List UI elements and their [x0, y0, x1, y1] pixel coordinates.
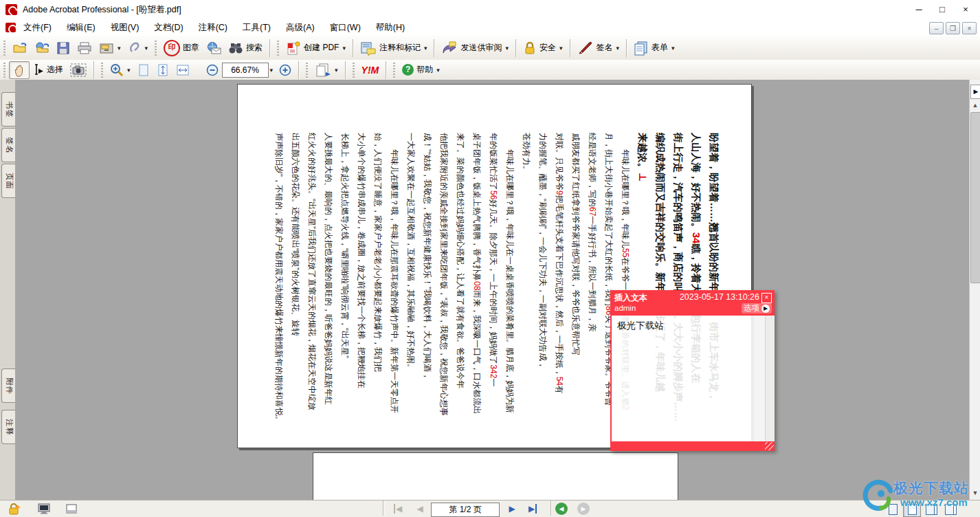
next-page-button[interactable]: ▶ [504, 502, 520, 516]
yahoo-icon: Y!M [361, 65, 379, 76]
statusbar-separator [383, 500, 383, 516]
inserted-text-annotation[interactable]: 08 [471, 281, 481, 290]
zoom-level-input[interactable] [222, 63, 269, 78]
fullscreen-view-button[interactable] [36, 502, 52, 516]
document-close-button[interactable]: × [962, 22, 977, 34]
annotation-popup-body[interactable]: 极光下载站 [610, 316, 775, 441]
zoom-in-button[interactable] [276, 62, 295, 78]
search-button[interactable]: 搜索 [225, 39, 266, 57]
menu-item[interactable]: 注释(C) [191, 22, 235, 34]
forms-button[interactable]: 表单 ▾ [630, 38, 678, 58]
sign-button[interactable]: 签名 ▾ [574, 38, 623, 58]
vertical-scrollbar[interactable]: ▶ ▲ ▼ [969, 80, 980, 500]
next-view-button[interactable]: ▶ [577, 502, 590, 516]
single-page-layout-button[interactable] [884, 502, 902, 517]
menu-item[interactable]: 文档(D) [146, 22, 190, 34]
inserted-text-annotation[interactable]: 342 [488, 364, 498, 378]
menu-item[interactable]: 高级(A) [278, 22, 322, 34]
statusbar-separator [550, 500, 551, 516]
continuous-facing-layout-button[interactable] [922, 502, 940, 517]
attach-file-button[interactable]: ▾ [124, 39, 152, 57]
window-minimize-button[interactable]: ─ [907, 1, 931, 17]
page-text-line: 年味儿在哪里？哦，年味儿在一桌桌香喷喷的菜肴里。腊月底，妈妈为新 [501, 133, 517, 437]
page-display-button[interactable]: ▾ [311, 60, 342, 80]
create-pdf-button[interactable]: 创建 PDF ▾ [282, 38, 349, 58]
inserted-text-annotation[interactable]: ⊥ [636, 173, 647, 182]
comment-markup-label: 注释和标记 [379, 42, 421, 54]
dropdown-arrow-icon: ▾ [436, 67, 440, 74]
inserted-text-annotation[interactable]: 34 [690, 232, 701, 243]
nav-tab-5[interactable]: 注释 [1, 410, 15, 444]
zoom-out-button[interactable] [203, 62, 222, 78]
window-close-button[interactable]: × [954, 1, 977, 17]
document-restore-button[interactable]: ❐ [946, 22, 960, 34]
send-for-review-button[interactable]: 发送供审阅 ▾ [438, 38, 512, 58]
pane-toggle-arrow-icon[interactable]: ▶ [970, 85, 980, 99]
status-window-button[interactable] [63, 502, 80, 516]
inserted-text-annotation[interactable]: 55 [620, 248, 630, 257]
organizer-button[interactable]: ▾ [96, 39, 124, 57]
dropdown-arrow-icon: ▾ [118, 45, 121, 52]
annotation-popup[interactable]: 插入文本 2023-05-17 13:10:26 × admin 选项 ▶ 极光… [610, 290, 775, 451]
menu-item[interactable]: 视图(V) [103, 22, 147, 34]
inserted-text-annotation[interactable]: 67 [587, 207, 597, 216]
zoom-dropdown-arrow-icon[interactable]: ▾ [270, 67, 274, 74]
open-web-page-button[interactable] [31, 39, 53, 57]
nav-tab-3[interactable]: 页面 [1, 164, 15, 198]
pdf-page-2[interactable] [313, 452, 678, 500]
fit-width-button[interactable] [172, 61, 193, 79]
resize-grip-icon[interactable] [765, 442, 774, 450]
document-security-button[interactable] [5, 502, 22, 516]
nav-tab-1[interactable]: 书签 [1, 92, 15, 126]
print-button[interactable] [74, 39, 96, 57]
page-indicator-input[interactable] [431, 503, 500, 517]
window-maximize-button[interactable]: □ [931, 1, 954, 17]
security-button[interactable]: 安全 ▾ [520, 38, 566, 58]
menu-item[interactable]: 编辑(E) [59, 22, 103, 34]
yahoo-messenger-button[interactable]: Y!M [358, 63, 383, 78]
open-button[interactable] [9, 39, 31, 57]
fit-page-button[interactable] [134, 61, 153, 79]
last-page-button[interactable]: ▶ [524, 502, 542, 516]
binoculars-icon [228, 41, 243, 55]
annotation-close-icon[interactable]: × [761, 293, 772, 303]
toolbar-separator [515, 39, 516, 57]
zoom-tool-button[interactable]: ▾ [107, 61, 134, 79]
inserted-text-annotation[interactable]: 9 [554, 190, 564, 195]
inserted-text-annotation[interactable]: 56 [488, 190, 498, 199]
facing-layout-button[interactable] [942, 502, 959, 517]
scroll-down-arrow-icon[interactable]: ▼ [970, 488, 980, 498]
dropdown-arrow-icon: ▾ [127, 67, 131, 74]
email-button[interactable] [203, 39, 225, 57]
previous-view-button[interactable]: ◀ [555, 502, 568, 516]
scrollbar-thumb[interactable] [970, 112, 980, 283]
annotation-popup-scrollbar[interactable] [765, 316, 775, 441]
inserted-text-annotation[interactable]: 54 [554, 377, 564, 386]
continuous-layout-button[interactable] [903, 502, 921, 517]
page-text-line: 苍劲有力。 [517, 133, 534, 437]
select-tool-button[interactable]: 选择 [30, 61, 67, 79]
nav-tab-2[interactable]: 签名 [1, 128, 15, 162]
previous-page-button[interactable]: ◀ [412, 502, 427, 516]
hand-tool-button[interactable] [9, 61, 30, 79]
menu-item[interactable]: 窗口(W) [322, 22, 368, 34]
help-button[interactable]: ? 帮助 ▾ [399, 62, 443, 78]
save-button[interactable] [53, 39, 74, 57]
scroll-up-arrow-icon[interactable]: ▲ [970, 100, 980, 111]
menu-item[interactable]: 工具(T) [235, 22, 278, 34]
stamp-tool-button[interactable]: 印 图章 [160, 38, 203, 58]
paperclip-icon [128, 41, 142, 55]
document-minimize-button[interactable]: – [929, 22, 944, 34]
annotation-popup-header[interactable]: 插入文本 2023-05-17 13:10:26 × admin 选项 ▶ [610, 290, 775, 316]
annotation-options-button[interactable]: 选项 ▶ [742, 303, 772, 314]
document-canvas[interactable]: 盼望着，盼望着……翘首以盼的新年到了。街市上车水马龙，人山人海，好不热闹。34瞧… [15, 80, 969, 500]
monitor-icon [37, 503, 51, 515]
file-toolbar: ▾ ▾ 印 图章 搜索 创建 PDF ▾ 注释和标记 ▾ 发送供审阅 ▾ 安全 … [0, 36, 980, 60]
comment-markup-button[interactable]: 注释和标记 ▾ [357, 38, 431, 58]
menu-item[interactable]: 帮助(H) [368, 22, 412, 34]
menu-item[interactable]: 文件(F) [16, 22, 59, 34]
nav-tab-4[interactable]: 附件 [1, 368, 15, 403]
snapshot-tool-button[interactable] [67, 61, 90, 79]
fit-height-button[interactable] [153, 61, 172, 79]
first-page-button[interactable]: ◀ [389, 502, 407, 516]
